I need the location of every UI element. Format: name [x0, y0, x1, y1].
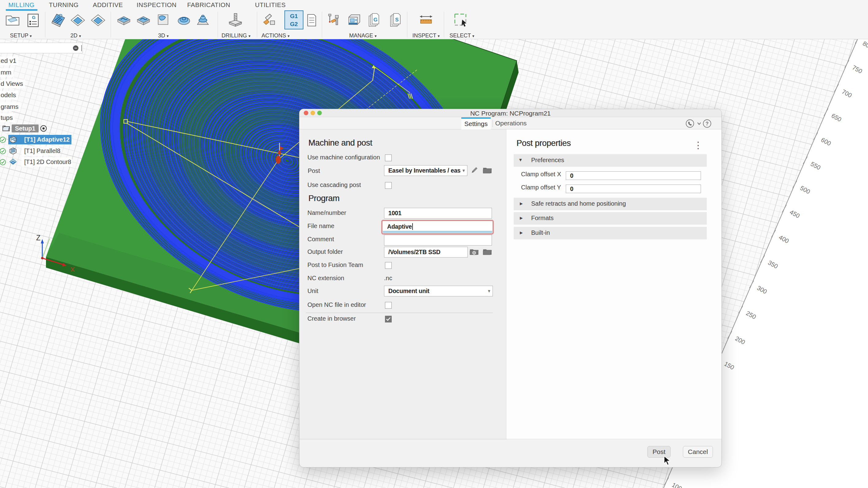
- svg-text:Z: Z: [36, 234, 40, 242]
- svg-text:?: ?: [706, 121, 709, 126]
- svg-text:G: G: [373, 17, 377, 23]
- svg-text:G: G: [32, 15, 36, 20]
- svg-text:S: S: [395, 17, 398, 23]
- svg-text:X: X: [70, 266, 74, 273]
